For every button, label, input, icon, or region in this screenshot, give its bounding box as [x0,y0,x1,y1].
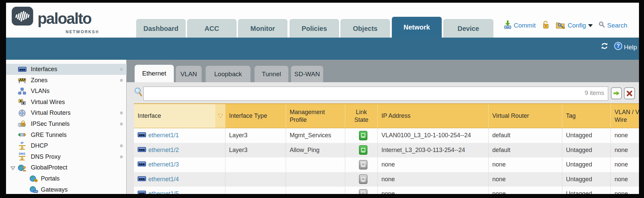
table-row[interactable]: ethernet1/2 Layer3 Allow_Ping Internet_L… [134,143,639,158]
help-icon[interactable]: ? [614,42,622,50]
table-row[interactable]: ethernet1/4 none none Untagged none [134,172,639,187]
table-row[interactable]: ethernet1/5 none none Untagged none [134,187,639,194]
brand-wordmark: paloalto [38,9,91,28]
tab-tunnel[interactable]: Tunnel [255,66,288,82]
paloalto-logo-icon [12,7,33,26]
search-button[interactable]: Search [598,20,627,31]
table-row[interactable]: ethernet1/3 none none Untagged none [134,157,639,172]
column-header-management-profile[interactable]: ManagementProfile [286,104,345,128]
link-down-icon [359,160,367,169]
tab-network[interactable]: Network [392,17,442,38]
virtual-wires-icon [18,98,26,106]
red-x-icon [627,91,632,96]
tab-sdwan[interactable]: SD-WAN [291,66,323,82]
filter-search-icon [134,87,143,99]
table-row[interactable]: ethernet1/1 Layer3 Mgmt_Services VLAN010… [134,128,639,143]
brand-subtitle: NETWORKS® [66,30,99,34]
sidebar-item-zones[interactable]: Zones [6,75,127,86]
apply-filter-button[interactable] [611,87,622,99]
virtual-routers-icon [18,109,26,117]
tab-dashboard[interactable]: Dashboard [136,19,186,38]
refresh-icon[interactable] [600,42,609,51]
sidebar-item-virtual-wires[interactable]: Virtual Wires [6,97,127,108]
link-down-icon [359,189,367,194]
interface-link[interactable]: ethernet1/4 [148,176,179,183]
ethernet-port-icon [138,176,146,183]
link-up-icon [359,131,367,140]
commit-label: Commit [514,22,535,29]
column-header-virtual-router[interactable]: Virtual Router [488,104,562,128]
sidebar-item-interfaces[interactable]: Interfaces [6,64,127,75]
clear-filter-button[interactable] [624,87,635,99]
tab-ethernet[interactable]: Ethernet [135,65,174,82]
sidebar-item-portals[interactable]: Portals [6,173,127,184]
dhcp-icon: IP [18,142,26,150]
expander-icon[interactable] [10,165,15,171]
ethernet-port-icon [138,161,146,168]
sidebar-item-ipsec-tunnels[interactable]: IPSec Tunnels [6,118,127,130]
sidebar-item-gre-tunnels[interactable]: GRE Tunnels [6,130,127,141]
filter-input[interactable] [143,87,608,101]
app-frame: paloalto NETWORKS® Dashboard ACC Monitor… [6,3,639,194]
portals-icon [29,175,38,183]
sort-triangle-icon [218,114,223,118]
interface-link[interactable]: ethernet1/1 [148,132,179,139]
sidebar-item-partial[interactable] [6,193,127,194]
status-dot [120,79,123,82]
tab-loopback[interactable]: Loopback [206,66,251,82]
tab-vlan[interactable]: VLAN [176,66,202,82]
interface-link[interactable]: ethernet1/5 [148,190,179,194]
vlans-icon [18,88,26,95]
lock-button[interactable] [542,20,550,31]
sidebar-item-virtual-routers[interactable]: Virtual Routers [6,107,127,118]
link-up-icon [359,145,367,155]
network-sidebar: Interfaces Zones [6,60,127,194]
column-header-link-state[interactable]: LinkState [345,104,377,128]
tab-objects[interactable]: Objects [341,19,390,38]
content-tabstrip [127,60,639,82]
ipsec-tunnels-icon [18,120,26,128]
tab-device[interactable]: Device [443,19,493,38]
filter-field: 9 items [143,87,608,101]
panos-window: paloalto NETWORKS® Dashboard ACC Monitor… [0,0,644,198]
commit-button[interactable]: Commit [504,20,535,31]
status-dot [120,122,123,126]
tab-monitor[interactable]: Monitor [238,19,287,38]
column-header-interface[interactable]: Interface [134,104,215,128]
sidebar-item-globalprotect[interactable]: GlobalProtect [6,162,127,173]
ethernet-port-icon [138,190,146,194]
column-header-interface-type[interactable]: Interface Type [225,104,286,128]
status-dot [120,155,123,158]
dns-proxy-icon: DNS [18,153,26,160]
sort-indicator[interactable] [215,104,225,128]
globalprotect-icon [18,164,26,171]
secondary-band: ? Help [6,38,639,60]
gre-tunnels-icon [18,131,26,139]
sidebar-item-dhcp[interactable]: IP DHCP [6,140,127,151]
tab-policies[interactable]: Policies [290,19,339,38]
ethernet-port-icon [138,132,146,139]
status-dot [120,111,123,114]
commit-icon [504,20,512,31]
column-header-vlan-wire[interactable]: VLAN / VWire [611,104,639,128]
green-arrow-icon [613,91,620,96]
status-dot [120,144,123,147]
column-header-ip-address[interactable]: IP Address [377,104,488,128]
zones-icon [18,77,26,84]
search-label: Search [607,22,627,29]
config-icon [556,20,566,31]
status-dot [120,68,123,71]
search-icon [598,21,605,30]
sidebar-item-vlans[interactable]: VLANs [6,86,127,97]
config-menu[interactable]: Config [556,20,593,31]
config-label: Config [568,22,586,29]
help-label[interactable]: Help [624,44,637,51]
sidebar-item-dns-proxy[interactable]: DNS DNS Proxy [6,151,127,162]
ethernet-port-icon [138,147,146,154]
interface-link[interactable]: ethernet1/2 [148,147,179,154]
column-header-tag[interactable]: Tag [562,104,611,128]
config-caret-icon [588,24,593,27]
link-down-icon [359,175,367,184]
tab-acc[interactable]: ACC [187,19,236,38]
interface-link[interactable]: ethernet1/3 [148,161,179,168]
